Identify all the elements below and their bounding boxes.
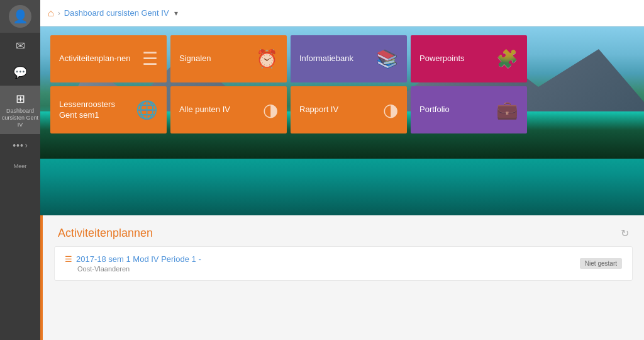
tile-informatiebank-icon: 📚 xyxy=(376,48,398,69)
hero-area: Activiteitenplan-nen ☰ Signalen ⏰ Inform… xyxy=(40,26,644,215)
more-dots-icon: ••• xyxy=(13,140,24,150)
tile-portfolio[interactable]: Portfolio 💼 xyxy=(411,86,527,133)
tile-powerpoints-icon: 🧩 xyxy=(496,48,518,69)
tile-rapport[interactable]: Rapport IV ◑ xyxy=(291,86,407,133)
sidebar-item-dashboard[interactable]: ⊞ Dashboard cursisten Gent IV xyxy=(0,86,40,134)
tile-alle-punten-icon: ◑ xyxy=(263,99,278,120)
status-badge: Niet gestart xyxy=(580,258,622,269)
tile-lessenroosters-icon: 🌐 xyxy=(136,99,158,120)
avatar-icon: 👤 xyxy=(13,9,28,24)
bottom-content: Activiteitenplannen ↻ ☰ 2017-18 sem 1 Mo… xyxy=(43,215,644,292)
tile-alle-punten-label: Alle punten IV xyxy=(179,105,230,115)
section-title: Activiteitenplannen xyxy=(58,227,153,240)
topbar: ⌂ › Dashboard cursisten Gent IV ▾ xyxy=(40,0,644,26)
tile-lessenroosters-label: Lessenroosters Gent sem1 xyxy=(59,99,135,121)
more-label: Meer xyxy=(14,163,27,170)
tile-signalen[interactable]: Signalen ⏰ xyxy=(170,35,287,82)
home-icon[interactable]: ⌂ xyxy=(48,8,54,19)
tile-rapport-label: Rapport IV xyxy=(299,105,338,115)
sidebar-dashboard-label: Dashboard cursisten Gent IV xyxy=(0,108,40,128)
tile-activiteitenplannen-label: Activiteitenplan-nen xyxy=(59,54,130,64)
main-area: ⌂ › Dashboard cursisten Gent IV ▾ Activi… xyxy=(40,0,644,340)
breadcrumb-title[interactable]: Dashboard cursisten Gent IV xyxy=(64,8,169,18)
sidebar-item-more[interactable]: ••• › xyxy=(0,134,40,157)
tile-informatiebank-label: Informatiebank xyxy=(299,54,353,64)
refresh-icon[interactable]: ↻ xyxy=(621,227,629,239)
tile-portfolio-icon: 💼 xyxy=(496,99,518,120)
more-chevron-icon: › xyxy=(25,141,28,150)
activity-item-icon: ☰ xyxy=(65,254,72,264)
activity-item-left: ☰ 2017-18 sem 1 Mod IV Periode 1 - Oost-… xyxy=(65,254,201,273)
activity-item-subtitle: Oost-Vlaanderen xyxy=(65,265,201,273)
tile-signalen-icon: ⏰ xyxy=(256,48,278,69)
tile-portfolio-label: Portfolio xyxy=(419,105,450,115)
section-header: Activiteitenplannen ↻ xyxy=(43,215,644,246)
chat-icon: 💬 xyxy=(13,65,27,79)
list-item[interactable]: ☰ 2017-18 sem 1 Mod IV Periode 1 - Oost-… xyxy=(54,246,633,281)
tile-alle-punten[interactable]: Alle punten IV ◑ xyxy=(170,86,287,133)
sidebar-item-mail[interactable]: ✉ xyxy=(0,33,40,59)
tile-activiteitenplannen[interactable]: Activiteitenplan-nen ☰ xyxy=(50,35,167,82)
tile-powerpoints-label: Powerpoints xyxy=(419,54,465,64)
dashboard-icon: ⊞ xyxy=(16,92,25,106)
activity-list: ☰ 2017-18 sem 1 Mod IV Periode 1 - Oost-… xyxy=(43,246,644,292)
tile-activiteitenplannen-icon: ☰ xyxy=(142,48,158,69)
mail-icon: ✉ xyxy=(16,39,25,53)
avatar-container[interactable]: 👤 xyxy=(0,0,40,33)
activity-title-row: ☰ 2017-18 sem 1 Mod IV Periode 1 - xyxy=(65,254,201,264)
sidebar-item-more-label[interactable]: Meer xyxy=(0,157,40,176)
sidebar-item-chat[interactable]: 💬 xyxy=(0,59,40,86)
tiles-grid: Activiteitenplan-nen ☰ Signalen ⏰ Inform… xyxy=(50,35,527,133)
tile-signalen-label: Signalen xyxy=(179,54,211,64)
dropdown-chevron-icon[interactable]: ▾ xyxy=(174,9,178,18)
avatar: 👤 xyxy=(9,5,31,28)
tile-lessenroosters[interactable]: Lessenroosters Gent sem1 🌐 xyxy=(50,86,167,133)
sidebar: 👤 ✉ 💬 ⊞ Dashboard cursisten Gent IV ••• … xyxy=(0,0,40,340)
activity-item-name: 2017-18 sem 1 Mod IV Periode 1 - xyxy=(76,254,201,264)
tile-powerpoints[interactable]: Powerpoints 🧩 xyxy=(411,35,527,82)
tile-rapport-icon: ◑ xyxy=(383,99,398,120)
tile-informatiebank[interactable]: Informatiebank 📚 xyxy=(291,35,407,82)
bottom-wrapper: Activiteitenplannen ↻ ☰ 2017-18 sem 1 Mo… xyxy=(40,215,644,340)
breadcrumb-separator: › xyxy=(58,9,60,18)
